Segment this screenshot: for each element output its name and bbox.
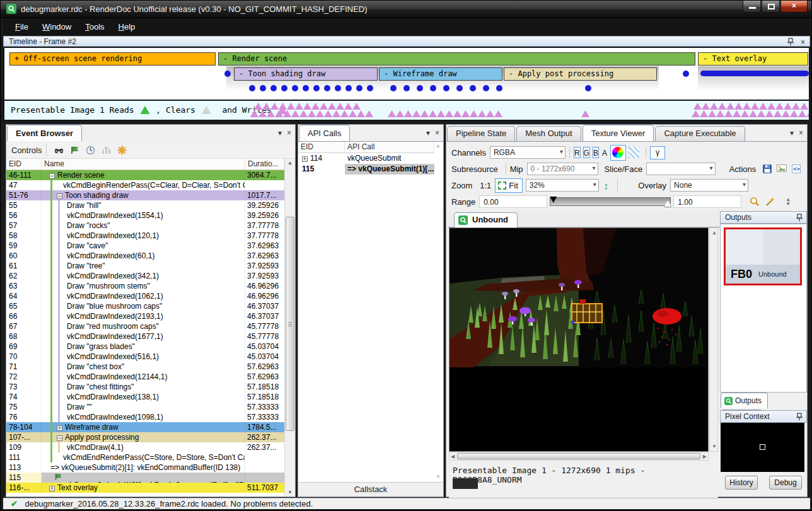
event-row[interactable]: 51-76−Toon shading draw1017.7... [6, 190, 284, 200]
event-row[interactable]: 66vkCmdDrawIndexed(2193,1)46.37037 [6, 311, 284, 321]
event-row[interactable]: 113=> vkQueueSubmit(2)[1]: vkEndCommandB… [6, 462, 284, 473]
draw-span-pill[interactable] [700, 71, 809, 76]
write-usage-triangle[interactable] [494, 110, 502, 117]
debug-button[interactable]: Debug [769, 476, 802, 490]
write-usage-triangle[interactable] [303, 103, 311, 110]
event-row[interactable]: 70vkCmdDrawIndexed(516,1)45.03704 [6, 352, 284, 362]
scroll-up-icon[interactable]: ▲ [712, 230, 717, 236]
close-icon[interactable]: × [287, 129, 291, 137]
write-usage-triangle[interactable] [792, 103, 800, 110]
tab-capture-executable[interactable]: Capture Executable [655, 126, 745, 141]
event-row[interactable]: 73Draw "chest fittings"57.18518 [6, 382, 284, 392]
save-image-icon[interactable] [774, 161, 789, 177]
overlay-select[interactable]: None [670, 179, 748, 192]
draw-dot[interactable] [683, 71, 689, 77]
pin-icon[interactable] [796, 413, 803, 421]
event-row[interactable]: 61Draw "tree"37.92593 [6, 261, 284, 271]
write-usage-triangle[interactable] [798, 110, 806, 117]
write-usage-triangle[interactable] [782, 110, 790, 117]
event-row[interactable]: 60vkCmdDrawIndexed(60,1)37.62963 [6, 251, 284, 261]
write-usage-triangle[interactable] [328, 103, 336, 110]
range-max-field[interactable]: 1.00 [673, 195, 741, 208]
goto-flag-icon[interactable] [70, 146, 79, 154]
draw-dot[interactable] [430, 85, 436, 91]
history-button[interactable]: History [725, 476, 758, 490]
draw-dot[interactable] [249, 85, 255, 91]
write-usage-triangle[interactable] [388, 110, 396, 117]
draw-dot[interactable] [260, 85, 266, 91]
write-usage-triangle[interactable] [437, 110, 445, 117]
write-usage-triangle[interactable] [716, 110, 724, 117]
time-draws-icon[interactable] [86, 146, 95, 155]
pixel-context-view[interactable] [721, 423, 804, 472]
range-min-field[interactable]: 0.00 [479, 195, 547, 208]
write-usage-triangle[interactable] [336, 103, 344, 110]
scroll-left-icon[interactable]: ◀ [451, 454, 455, 459]
draw-dot[interactable] [417, 85, 423, 91]
expand-icon[interactable]: + [49, 486, 55, 491]
close-icon[interactable]: × [435, 129, 439, 137]
close-button[interactable]: × [780, 1, 808, 13]
draw-dot[interactable] [470, 85, 476, 91]
titlebar[interactable]: debugmarker.rdc - RenderDoc Unofficial r… [1, 1, 812, 18]
scroll-down-icon[interactable]: ▼ [712, 444, 717, 449]
write-usage-triangle[interactable] [357, 110, 365, 117]
scroll-up-icon[interactable]: ▲ [436, 143, 441, 149]
gamma-button[interactable]: γ [650, 146, 665, 159]
texture-display[interactable] [449, 227, 709, 452]
collapse-icon[interactable]: − [57, 193, 62, 199]
menu-tools[interactable]: Tools [78, 20, 111, 34]
texture-vertical-scrollbar[interactable]: ▲ ▼ [709, 227, 718, 452]
open-code-icon[interactable]: <> [789, 161, 803, 177]
timeline-marker-bar[interactable]: - Render scene [218, 52, 695, 66]
fit-button[interactable]: Fit [495, 178, 522, 193]
channel-b-button[interactable]: B [593, 147, 599, 158]
scroll-right-icon[interactable]: ▶ [703, 454, 707, 459]
flip-y-icon[interactable]: ↕ [604, 180, 609, 191]
event-row[interactable]: 59Draw "cave"37.62963 [6, 241, 284, 251]
timeline-body[interactable]: + Off-screen scene rendering- Render sce… [3, 47, 810, 101]
write-usage-triangle[interactable] [486, 110, 494, 117]
write-usage-triangle[interactable] [700, 110, 708, 117]
draw-dot[interactable] [403, 85, 410, 91]
draw-dot[interactable] [367, 85, 373, 91]
scroll-down-icon[interactable]: ▼ [285, 490, 295, 495]
chevron-down-icon[interactable]: ▾ [790, 129, 794, 137]
scroll-up-icon[interactable]: ▲ [285, 160, 295, 166]
write-usage-triangle[interactable] [445, 110, 453, 117]
draw-dot[interactable] [585, 85, 591, 91]
column-header-apicall[interactable]: API Call [345, 142, 434, 152]
draw-dot[interactable] [390, 85, 397, 91]
draw-dot[interactable] [270, 85, 277, 91]
draw-dot[interactable] [345, 85, 352, 91]
channel-r-button[interactable]: R [574, 147, 581, 158]
event-row[interactable]: 111vkCmdEndRenderPass(C=Store, D=Store, … [6, 452, 284, 462]
event-row[interactable]: 67Draw "red mushroom caps"45.77778 [6, 321, 284, 331]
tab-texture-viewer[interactable]: Texture Viewer [583, 125, 654, 141]
write-usage-triangle[interactable] [726, 103, 734, 110]
write-usage-triangle[interactable] [396, 110, 404, 117]
event-row[interactable]: 47vkCmdBeginRenderPass(C=Clear, D=Clear,… [6, 180, 284, 190]
draw-dot[interactable] [303, 85, 309, 91]
write-usage-triangle[interactable] [734, 103, 743, 110]
write-usage-triangle[interactable] [478, 110, 486, 117]
timeline-marker-bar[interactable]: - Text overlay [698, 52, 808, 66]
slice-face-select[interactable] [646, 163, 715, 175]
write-usage-triangle[interactable] [581, 110, 589, 117]
draw-dot[interactable] [356, 85, 362, 91]
write-usage-triangle[interactable] [765, 110, 774, 117]
timeline-marker-bar[interactable]: - Wireframe draw [379, 67, 502, 81]
event-row[interactable]: 58vkCmdDrawIndexed(120,1)37.77778 [6, 231, 284, 241]
draw-dot[interactable] [496, 85, 502, 91]
event-row[interactable]: 75Draw ""57.33333 [6, 402, 284, 412]
event-row[interactable]: 71Draw "chest box"57.62963 [6, 362, 284, 372]
find-icon[interactable] [54, 146, 64, 154]
api-call-row[interactable]: 115=> vkQueueSubmit(1)[... [298, 164, 434, 175]
write-usage-triangle[interactable] [806, 110, 810, 117]
column-header-eid[interactable]: EID [298, 142, 345, 152]
write-usage-triangle[interactable] [749, 110, 757, 117]
menu-file[interactable]: File [8, 20, 35, 34]
pin-icon[interactable] [796, 214, 803, 222]
write-usage-triangle[interactable] [349, 110, 357, 117]
write-usage-triangle[interactable] [291, 110, 299, 117]
